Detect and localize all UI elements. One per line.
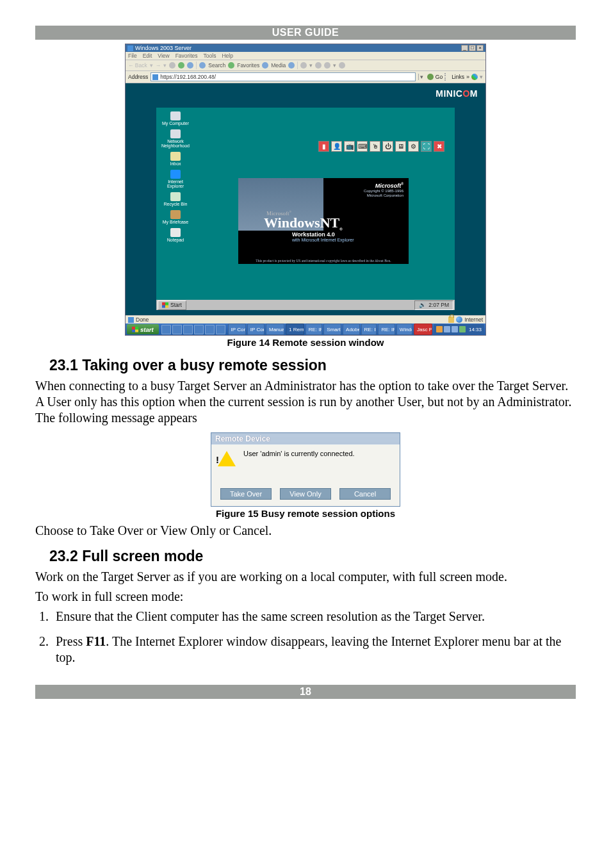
menu-edit[interactable]: Edit — [143, 53, 152, 59]
toolbar-logout-icon[interactable]: ✖ — [434, 141, 444, 152]
remote-taskbar: Start 🔊 2:07 PM — [156, 300, 455, 310]
dialog-title: Remote Device — [211, 433, 400, 445]
stop-icon[interactable] — [169, 62, 175, 69]
toolbar-servers-icon[interactable]: 🖥 — [395, 141, 406, 152]
minimize-button[interactable]: _ — [461, 45, 468, 51]
ql-item[interactable] — [194, 325, 204, 334]
page-icon — [152, 74, 158, 80]
window-title: Windows 2003 Server — [135, 45, 191, 51]
desktop-icon-recycle[interactable]: Recycle Bin — [160, 192, 191, 206]
paragraph-23-2b: To work in full screen mode: — [35, 589, 576, 605]
search-icon[interactable] — [199, 62, 206, 69]
favorites-label[interactable]: Favorites — [237, 62, 259, 69]
cancel-button[interactable]: Cancel — [339, 488, 391, 500]
go-icon[interactable] — [427, 74, 434, 80]
take-over-button[interactable]: Take Over — [220, 488, 272, 500]
remote-start-button[interactable]: Start — [158, 300, 186, 310]
ql-item[interactable] — [183, 325, 193, 334]
footer-page-number: 18 — [35, 685, 576, 699]
maximize-button[interactable]: □ — [469, 45, 476, 51]
ql-item[interactable] — [216, 325, 225, 334]
product-name: WindowsNT® — [264, 216, 343, 230]
desktop-icon-network[interactable]: Network Neighborhood — [160, 129, 191, 148]
desktop-icon-ie[interactable]: Internet Explorer — [160, 170, 191, 188]
edit-icon[interactable] — [324, 62, 330, 69]
taskbar-task[interactable]: IP Control — [228, 323, 246, 335]
taskbar-task[interactable]: 1 Remin... — [286, 323, 304, 335]
close-button[interactable]: × — [477, 45, 484, 51]
desktop-icon-notepad[interactable]: Notepad — [160, 228, 191, 242]
toolbar-session-icon[interactable]: 👤 — [331, 141, 342, 152]
go-label[interactable]: Go — [436, 74, 443, 80]
taskbar-task[interactable]: Smart 1... — [323, 323, 341, 335]
toolbar-settings-icon[interactable]: ⚙ — [408, 141, 419, 152]
links-label[interactable]: Links — [452, 74, 464, 80]
taskbar-task[interactable]: RE: IP ... — [378, 323, 395, 335]
back-button[interactable]: ← Back — [128, 62, 147, 69]
discuss-icon[interactable] — [339, 62, 345, 69]
edition-label: Workstation 4.0 — [292, 231, 354, 238]
ql-item[interactable] — [205, 325, 215, 334]
menu-help[interactable]: Help — [222, 53, 232, 59]
menu-favorites[interactable]: Favorites — [175, 53, 198, 59]
home-icon[interactable] — [187, 62, 193, 69]
taskbar-task[interactable]: Adobe ... — [343, 323, 360, 335]
taskbar-task[interactable]: IP Cont... — [247, 323, 265, 335]
ql-item[interactable] — [172, 325, 182, 334]
favorites-icon[interactable] — [228, 62, 234, 69]
menu-file[interactable]: File — [128, 53, 137, 59]
desktop-icon-inbox[interactable]: Inbox — [160, 152, 191, 166]
remote-desktop: My Computer Network Neighborhood Inbox — [156, 108, 455, 310]
speaker-icon[interactable]: 🔊 — [419, 302, 426, 308]
desktop-icon-my-computer[interactable]: My Computer — [160, 111, 191, 126]
step-1: Ensure that the Client computer has the … — [52, 609, 576, 625]
toolbar-power-icon[interactable]: ⏻ — [382, 141, 393, 152]
taskbar-task[interactable]: RE: IP ... — [306, 323, 322, 335]
desktop-icon-briefcase[interactable]: My Briefcase — [160, 210, 191, 224]
taskbar-task[interactable]: RE: IP... — [361, 323, 377, 335]
toolbar-mouse-icon[interactable]: 🖱 — [370, 141, 380, 152]
tray-icon[interactable] — [436, 326, 443, 332]
search-label[interactable]: Search — [208, 62, 225, 69]
host-start-button[interactable]: start — [127, 324, 159, 334]
print-icon[interactable] — [315, 62, 322, 69]
history-icon[interactable] — [288, 62, 295, 69]
norton-icon[interactable] — [471, 74, 478, 80]
figure-15: Remote Device ! User 'admin' is currentl… — [211, 432, 400, 519]
paragraph-23-2a: Work on the Target Server as if you are … — [35, 569, 576, 585]
icon-label: My Briefcase — [163, 220, 188, 224]
toolbar-grip-icon[interactable]: ▮ — [318, 141, 329, 152]
media-icon[interactable] — [262, 62, 268, 69]
briefcase-icon — [170, 210, 181, 219]
remote-device-dialog: Remote Device ! User 'admin' is currentl… — [211, 432, 400, 507]
inbox-icon — [170, 152, 181, 161]
step-2-pre: Press — [56, 634, 86, 648]
toolbar-fullscreen-icon[interactable]: ⛶ — [421, 141, 432, 152]
tray-icon[interactable] — [452, 326, 458, 332]
mail-icon[interactable] — [300, 62, 307, 69]
taskbar-task[interactable]: Jasc Pai... — [414, 323, 432, 335]
tray-icon[interactable] — [444, 326, 450, 332]
host-taskbar: start IP Control IP Cont... Manuals... 1… — [126, 323, 485, 335]
view-only-button[interactable]: View Only — [280, 488, 331, 500]
menu-view[interactable]: View — [158, 53, 169, 59]
taskbar-task[interactable]: Manuals... — [266, 323, 284, 335]
menu-tools[interactable]: Tools — [204, 53, 216, 59]
address-value: https://192.168.200.48/ — [160, 73, 216, 81]
taskbar-task[interactable]: Windo... — [396, 323, 412, 335]
toolbar-video-icon[interactable]: 📺 — [344, 141, 355, 152]
refresh-icon[interactable] — [178, 62, 184, 69]
toolbar-keyboard-icon[interactable]: ⌨ — [357, 141, 368, 152]
remote-control-toolbar[interactable]: ▮ 👤 📺 ⌨ 🖱 ⏻ 🖥 ⚙ ⛶ ✖ — [318, 141, 444, 152]
heading-23-1: 23.1 Taking over a busy remote session — [49, 357, 576, 374]
address-dropdown[interactable]: ▾ — [418, 74, 425, 80]
media-label[interactable]: Media — [271, 62, 286, 69]
browser-statusbar: Done Internet — [126, 315, 485, 323]
ql-item[interactable] — [161, 325, 171, 334]
host-tray: 14:33 — [434, 324, 484, 334]
address-input[interactable]: https://192.168.200.48/ — [151, 72, 416, 81]
step-2-post: . The Internet Explorer window disappear… — [56, 634, 561, 664]
forward-button[interactable]: → — [156, 62, 161, 69]
tray-icon[interactable] — [459, 326, 466, 332]
remote-viewport: MINICOM My Computer Network Neighborhood — [126, 83, 485, 315]
